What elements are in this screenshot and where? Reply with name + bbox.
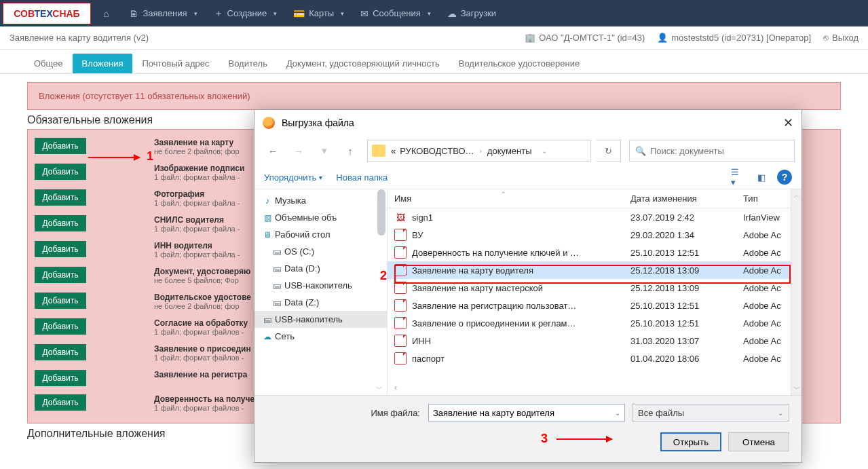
org-info: 🏢ОАО "Д-ОМТСТ-1" (id=43) — [525, 33, 645, 43]
add-button[interactable]: Добавить — [35, 344, 86, 360]
filter-select[interactable]: Все файлы⌄ — [632, 404, 789, 421]
search-box[interactable]: 🔍 — [629, 140, 795, 162]
nav-downloads[interactable]: ☁Загрузки — [439, 8, 504, 19]
add-button[interactable]: Добавить — [35, 293, 86, 309]
tree-item[interactable]: ♪Музыка — [254, 192, 387, 209]
file-row[interactable]: Заявление на карту мастерской25.12.2018 … — [388, 279, 801, 297]
nav-home[interactable]: ⌂ — [95, 8, 121, 19]
chevron-down-icon[interactable]: ⌄ — [542, 147, 547, 155]
attachment-sub: 1 файл; формат файла - — [154, 199, 240, 207]
tree-item-icon: ▧ — [261, 213, 273, 223]
file-row[interactable]: ИНН31.03.2020 13:07Adobe Ac — [388, 332, 801, 350]
file-name: Заявление на карту водителя — [412, 265, 630, 276]
user-info: 👤mosteststd5 (id=20731) [Оператор] — [657, 33, 811, 43]
breadcrumb[interactable]: « РУКОВОДСТВО… › документы ⌄ — [367, 140, 591, 162]
tab-postal[interactable]: Почтовый адрес — [132, 54, 219, 73]
tree-item[interactable]: 🖴Data (Z:) — [254, 294, 387, 311]
nav-recent[interactable]: ▾ — [313, 140, 336, 161]
filename-input-wrap[interactable]: ⌄ — [428, 404, 625, 421]
add-button[interactable]: Добавить — [35, 318, 86, 335]
add-button[interactable]: Добавить — [35, 241, 86, 257]
file-row[interactable]: ВУ29.03.2020 1:34Adobe Ac — [388, 226, 801, 244]
view-mode-button[interactable]: ☰ ▾ — [731, 170, 746, 185]
tree-item[interactable]: 🖴Data (D:) — [254, 260, 387, 277]
help-icon[interactable]: ? — [777, 170, 792, 185]
user-icon: 👤 — [657, 33, 668, 43]
tree-item-label: Сеть — [275, 331, 295, 341]
file-type: Adobe Ac — [743, 230, 795, 240]
col-name[interactable]: Имя⌃ — [394, 193, 630, 204]
file-row[interactable]: Заявление на карту водителя25.12.2018 13… — [388, 261, 801, 279]
tree-item-icon: 🖴 — [271, 298, 283, 307]
file-row[interactable]: Заявление о присоединении к реглам…25.10… — [388, 314, 801, 332]
file-row[interactable]: Заявление на регистрацию пользоват…25.10… — [388, 297, 801, 314]
tree-item-label: Объемные объ — [275, 212, 337, 223]
dialog-toolbar: Упорядочить▾ Новая папка ☰ ▾ ◧ ? — [254, 166, 801, 189]
cancel-button[interactable]: Отмена — [728, 432, 789, 451]
h-scrollbar[interactable]: ‹› — [388, 381, 801, 395]
doc-icon: 🗎 — [129, 8, 138, 19]
mail-icon: ✉ — [360, 8, 369, 19]
page-title: Заявление на карту водителя (v2) — [10, 33, 149, 43]
preview-pane-button[interactable]: ◧ — [754, 170, 769, 185]
nav-applications[interactable]: 🗎Заявления▾ — [121, 8, 205, 19]
file-row[interactable]: Доверенность на получение ключей и …25.1… — [388, 244, 801, 261]
scroll-down-icon[interactable]: ﹀ — [376, 384, 385, 394]
tab-driver[interactable]: Водитель — [219, 54, 276, 73]
tab-license[interactable]: Водительское удостоверение — [449, 54, 589, 73]
add-button[interactable]: Добавить — [35, 370, 86, 386]
chevron-down-icon[interactable]: ⌄ — [615, 409, 620, 417]
add-button[interactable]: Добавить — [35, 164, 86, 180]
new-folder-button[interactable]: Новая папка — [336, 172, 388, 183]
refresh-button[interactable]: ↻ — [597, 140, 621, 162]
add-button[interactable]: Добавить — [35, 394, 86, 411]
v-scrollbar[interactable]: ︿﹀ — [791, 189, 801, 395]
dialog-title: Выгрузка файла — [282, 117, 354, 128]
file-date: 01.04.2020 18:06 — [630, 354, 743, 364]
tree-item[interactable]: 🖴OS (C:) — [254, 243, 387, 260]
attachment-title: Заявление на карту — [154, 138, 240, 147]
nav-create[interactable]: ＋Создание▾ — [206, 7, 286, 20]
add-button[interactable]: Добавить — [35, 267, 86, 283]
nav-up[interactable]: ↑ — [339, 140, 362, 161]
nav-cards[interactable]: 💳Карты▾ — [285, 8, 352, 19]
tree-item-icon: 🖴 — [271, 281, 283, 290]
file-row[interactable]: паспорт01.04.2020 18:06Adobe Ac — [388, 350, 801, 367]
col-date[interactable]: Дата изменения — [630, 193, 743, 204]
tree-item[interactable]: ☁Сеть — [254, 328, 387, 345]
chevron-down-icon: ▾ — [428, 10, 431, 17]
tree-item[interactable]: ▧Объемные объ — [254, 209, 387, 226]
file-date: 25.10.2013 12:51 — [630, 301, 743, 311]
close-icon[interactable]: ✕ — [783, 115, 793, 130]
tree-item[interactable]: 🖴USB-накопитель — [254, 277, 387, 294]
pdf-icon — [394, 317, 407, 329]
nav-messages[interactable]: ✉Сообщения▾ — [352, 8, 439, 19]
file-row[interactable]: 🖼sign123.07.2019 2:42IrfanView — [388, 208, 801, 226]
add-button[interactable]: Добавить — [35, 189, 86, 206]
attachment-title: ИНН водителя — [154, 241, 240, 250]
search-input[interactable] — [650, 146, 789, 156]
file-list: Имя⌃ Дата изменения Тип 🖼sign123.07.2019… — [388, 189, 801, 395]
tab-attachments[interactable]: Вложения — [73, 54, 133, 73]
tree-item[interactable]: 🖥Рабочий стол — [254, 226, 387, 243]
tab-identity-doc[interactable]: Документ, удостоверяющий личность — [277, 54, 449, 73]
nav-back[interactable]: ← — [261, 140, 284, 161]
nav-forward[interactable]: → — [287, 140, 310, 161]
tree-item[interactable]: 🖴USB-накопитель — [254, 311, 387, 328]
file-name: Доверенность на получение ключей и … — [412, 248, 630, 258]
tree-item-icon: 🖴 — [271, 247, 283, 257]
organize-button[interactable]: Упорядочить▾ — [264, 172, 322, 183]
folder-icon — [372, 145, 385, 157]
tree-item-icon: ☁ — [261, 332, 273, 341]
filename-input[interactable] — [433, 408, 615, 418]
scrollbar-thumb[interactable] — [377, 189, 385, 236]
attachment-title: Изображение подписи — [154, 164, 244, 173]
pdf-icon — [394, 264, 407, 276]
add-button[interactable]: Добавить — [35, 215, 86, 231]
col-type[interactable]: Тип — [743, 193, 795, 204]
add-button[interactable]: Добавить — [35, 138, 86, 154]
logout-link[interactable]: ⎋Выход — [823, 33, 858, 43]
open-button[interactable]: Открыть — [660, 432, 721, 451]
tab-general[interactable]: Общее — [24, 54, 73, 73]
tree-item-label: Рабочий стол — [275, 229, 331, 240]
